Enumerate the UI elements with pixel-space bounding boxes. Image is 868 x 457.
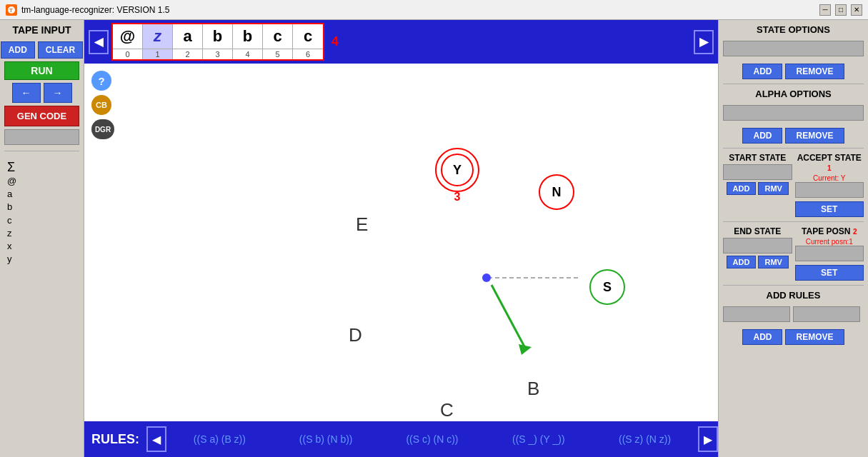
rule-2[interactable]: ((S c) (N c)) xyxy=(379,433,486,445)
state-Y[interactable]: Y 3 xyxy=(433,146,482,204)
canvas-letter-C: C xyxy=(440,399,454,421)
svg-text:Y: Y xyxy=(453,163,462,177)
tape-cell-2[interactable]: a 2 xyxy=(173,24,203,59)
tape-cell-1-value: z xyxy=(143,24,172,49)
sigma-label: Σ xyxy=(7,160,76,175)
accept-state-current: Current: Y xyxy=(795,174,864,182)
clear-tape-button[interactable]: CLEAR xyxy=(38,41,83,59)
end-state-rmv-button[interactable]: RMV xyxy=(758,256,788,268)
tape-cells: @ 0 z 1 a 2 b 3 b 4 xyxy=(111,23,324,61)
tape-cell-1-index: 1 xyxy=(143,49,172,59)
tape-posn-label-2: 2 xyxy=(853,228,857,236)
tape-posn-input[interactable] xyxy=(795,246,864,261)
tape-cell-6[interactable]: c 6 xyxy=(293,24,323,59)
tape-posn-current: Current posn:1 xyxy=(795,238,864,246)
svg-point-5 xyxy=(482,273,491,282)
state-options-remove-button[interactable]: REMOVE xyxy=(785,64,844,79)
dgr-button[interactable]: DGR xyxy=(91,119,114,139)
titlebar: T tm-language-recognizer: VERSION 1.5 ─ … xyxy=(0,0,868,20)
state-S[interactable]: S xyxy=(587,267,627,309)
canvas-letter-E: E xyxy=(356,214,368,236)
tape-nav-left-button[interactable]: ◀ xyxy=(89,30,109,54)
gen-code-input[interactable] xyxy=(4,129,79,145)
tape-cell-5-index: 5 xyxy=(263,49,292,59)
add-rules-add-button[interactable]: ADD xyxy=(742,329,782,345)
canvas-svg xyxy=(84,64,718,421)
center-panel: ◀ @ 0 z 1 a 2 b 3 b xyxy=(84,20,718,457)
add-tape-button[interactable]: ADD xyxy=(1,41,35,59)
tape-cell-4[interactable]: b 4 xyxy=(233,24,263,59)
alpha-options-title: ALPHA OPTIONS xyxy=(723,89,864,99)
tape-cell-4-value: b xyxy=(233,24,262,49)
run-button[interactable]: RUN xyxy=(4,61,79,80)
app-icon: T xyxy=(6,4,17,16)
canvas-letter-B: B xyxy=(527,378,539,400)
start-state-add-button[interactable]: ADD xyxy=(727,182,757,195)
tape-cell-4-index: 4 xyxy=(233,49,262,59)
state-options-add-button[interactable]: ADD xyxy=(742,64,782,79)
alpha-options-input[interactable] xyxy=(723,105,864,121)
alpha-options-remove-button[interactable]: REMOVE xyxy=(785,128,844,144)
add-rules-input-2[interactable] xyxy=(793,306,860,322)
svg-text:T: T xyxy=(9,7,13,14)
rules-bar: RULES: ◀ ((S a) (B z)) ((S b) (N b)) ((S… xyxy=(84,421,718,457)
end-state-add-button[interactable]: ADD xyxy=(727,256,757,268)
tape-cell-0-value: @ xyxy=(113,24,142,49)
tape-cell-1[interactable]: z 1 xyxy=(143,24,173,59)
cb-button[interactable]: CB xyxy=(91,95,111,115)
end-state-input[interactable] xyxy=(723,238,792,253)
rules-nav-left-button[interactable]: ◀ xyxy=(146,426,166,452)
state-options-title: STATE OPTIONS xyxy=(723,24,864,35)
tape-left-button[interactable]: ← xyxy=(12,83,41,103)
state-N[interactable]: N xyxy=(537,172,577,214)
start-state-rmv-button[interactable]: RMV xyxy=(758,182,788,195)
end-state-title: END STATE xyxy=(723,226,792,236)
add-rules-input-1[interactable] xyxy=(723,306,790,322)
tape-nav-right-button[interactable]: ▶ xyxy=(694,30,714,54)
alphabet-list: @ a b c z x y xyxy=(7,175,76,266)
left-panel: TAPE INPUT ADD CLEAR RUN ← → GEN CODE Σ … xyxy=(0,20,84,457)
rule-0[interactable]: ((S a) (B z)) xyxy=(166,433,273,445)
tape-right-button[interactable]: → xyxy=(44,83,72,103)
maximize-button[interactable]: □ xyxy=(835,4,847,16)
alpha-options-add-button[interactable]: ADD xyxy=(742,128,782,144)
tape-cell-2-index: 2 xyxy=(173,49,202,59)
svg-line-3 xyxy=(492,285,526,349)
tape-input-label: TAPE INPUT xyxy=(4,24,79,36)
question-button[interactable]: ? xyxy=(91,71,111,91)
svg-text:S: S xyxy=(603,280,612,294)
tape-cell-3[interactable]: b 3 xyxy=(203,24,233,59)
rules-nav-right-button[interactable]: ▶ xyxy=(698,426,718,452)
add-rules-inputs xyxy=(723,306,864,322)
tape-cell-0[interactable]: @ 0 xyxy=(113,24,143,59)
close-button[interactable]: ✕ xyxy=(851,4,862,16)
rule-3[interactable]: ((S _) (Y _)) xyxy=(485,433,592,445)
tape-cell-5[interactable]: c 5 xyxy=(263,24,293,59)
right-panel: STATE OPTIONS ADD REMOVE ALPHA OPTIONS A… xyxy=(718,20,868,457)
accept-state-set-button[interactable]: SET xyxy=(795,201,864,217)
accept-state-title: ACCEPT STATE 1 xyxy=(795,153,864,173)
state-options-input[interactable] xyxy=(723,41,864,56)
rule-1[interactable]: ((S b) (N b)) xyxy=(273,433,379,445)
rule-4[interactable]: ((S z) (N z)) xyxy=(592,433,698,445)
tape-cell-0-index: 0 xyxy=(113,49,142,59)
canvas-area: ? CB DGR Y 3 N xyxy=(84,64,718,421)
tape-position-indicator: 4 xyxy=(331,34,339,49)
accept-state-label-1: 1 xyxy=(827,164,832,172)
svg-text:N: N xyxy=(552,185,562,199)
minimize-button[interactable]: ─ xyxy=(819,4,831,16)
sigma-section: Σ @ a b c z x y xyxy=(4,157,79,268)
gen-code-button[interactable]: GEN CODE xyxy=(4,106,79,126)
tape-cell-3-value: b xyxy=(203,24,232,49)
tape-posn-set-button[interactable]: SET xyxy=(795,265,864,281)
rules-label: RULES: xyxy=(84,432,146,447)
tape-cell-6-value: c xyxy=(293,24,323,49)
add-rules-remove-button[interactable]: REMOVE xyxy=(785,329,844,345)
start-state-title: START STATE xyxy=(723,153,792,163)
tape-cell-3-index: 3 xyxy=(203,49,232,59)
add-rules-title: ADD RULES xyxy=(723,290,864,301)
accept-state-input[interactable] xyxy=(795,182,864,198)
start-state-input[interactable] xyxy=(723,164,792,180)
tape-cell-6-index: 6 xyxy=(293,49,323,59)
tape-area: ◀ @ 0 z 1 a 2 b 3 b xyxy=(84,20,718,64)
